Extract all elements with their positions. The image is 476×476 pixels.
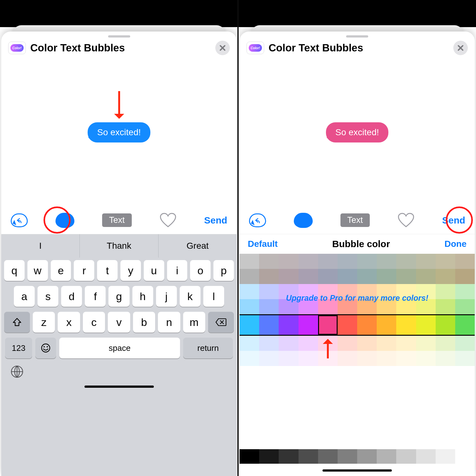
color-swatch[interactable] bbox=[279, 315, 298, 335]
favorite-button[interactable] bbox=[160, 213, 177, 228]
emoji-key[interactable] bbox=[35, 338, 56, 358]
color-swatch[interactable] bbox=[455, 336, 475, 351]
gray-swatch[interactable] bbox=[279, 449, 298, 464]
upgrade-banner[interactable]: Upgrade to Pro for many more colors! bbox=[240, 293, 475, 303]
key-u[interactable]: u bbox=[144, 260, 164, 281]
color-swatch[interactable] bbox=[338, 351, 357, 366]
gray-swatch[interactable] bbox=[416, 449, 436, 464]
color-swatch[interactable] bbox=[416, 269, 436, 284]
space-key[interactable]: space bbox=[59, 338, 180, 358]
color-swatch[interactable] bbox=[299, 254, 318, 269]
color-swatch[interactable] bbox=[240, 351, 259, 366]
color-swatch[interactable] bbox=[240, 336, 259, 351]
suggestion-1[interactable]: I bbox=[1, 234, 80, 258]
color-swatch[interactable] bbox=[259, 315, 279, 335]
text-style-button[interactable]: Text bbox=[340, 213, 370, 227]
key-a[interactable]: a bbox=[14, 286, 35, 307]
color-swatch[interactable] bbox=[436, 336, 455, 351]
gray-swatch[interactable] bbox=[455, 449, 475, 464]
color-swatch[interactable] bbox=[455, 315, 475, 335]
color-swatch[interactable] bbox=[357, 315, 377, 335]
color-swatch[interactable] bbox=[259, 351, 279, 366]
color-swatch[interactable] bbox=[338, 254, 357, 269]
key-s[interactable]: s bbox=[38, 286, 58, 307]
color-swatch[interactable] bbox=[279, 351, 298, 366]
color-swatch[interactable] bbox=[416, 315, 436, 335]
key-n[interactable]: n bbox=[158, 312, 180, 333]
color-swatch[interactable] bbox=[240, 254, 259, 269]
key-r[interactable]: r bbox=[74, 260, 94, 281]
gray-swatch[interactable] bbox=[338, 449, 357, 464]
color-swatch[interactable] bbox=[299, 269, 318, 284]
reply-bubble-button[interactable] bbox=[249, 213, 266, 227]
return-key[interactable]: return bbox=[183, 338, 233, 358]
color-swatch[interactable] bbox=[436, 351, 455, 366]
home-indicator[interactable] bbox=[322, 469, 392, 472]
color-swatch[interactable] bbox=[455, 254, 475, 269]
send-button[interactable]: Send bbox=[204, 215, 227, 226]
color-swatch[interactable] bbox=[416, 254, 436, 269]
color-swatch[interactable] bbox=[416, 336, 436, 351]
color-swatch[interactable] bbox=[377, 351, 396, 366]
color-swatch[interactable] bbox=[377, 336, 396, 351]
home-indicator[interactable] bbox=[84, 386, 154, 388]
gray-swatch[interactable] bbox=[259, 449, 279, 464]
reply-bubble-button[interactable] bbox=[11, 213, 28, 227]
key-x[interactable]: x bbox=[58, 312, 80, 333]
color-swatch[interactable] bbox=[436, 269, 455, 284]
key-y[interactable]: y bbox=[120, 260, 141, 281]
favorite-button[interactable] bbox=[398, 213, 415, 228]
color-swatch[interactable] bbox=[299, 351, 318, 366]
default-button[interactable]: Default bbox=[248, 239, 278, 249]
color-swatch[interactable] bbox=[436, 254, 455, 269]
color-swatch[interactable] bbox=[416, 351, 436, 366]
color-swatch[interactable] bbox=[396, 336, 416, 351]
close-button[interactable] bbox=[453, 41, 468, 55]
key-q[interactable]: q bbox=[4, 260, 25, 281]
key-v[interactable]: v bbox=[108, 312, 130, 333]
key-i[interactable]: i bbox=[167, 260, 188, 281]
key-f[interactable]: f bbox=[85, 286, 106, 307]
color-swatch[interactable] bbox=[396, 315, 416, 335]
color-swatch[interactable] bbox=[279, 269, 298, 284]
color-swatch[interactable] bbox=[338, 269, 357, 284]
close-button[interactable] bbox=[215, 41, 230, 55]
gray-swatch[interactable] bbox=[240, 449, 259, 464]
key-p[interactable]: p bbox=[213, 260, 234, 281]
color-swatch[interactable] bbox=[377, 254, 396, 269]
suggestion-2[interactable]: Thank bbox=[80, 234, 158, 258]
color-swatch[interactable] bbox=[259, 269, 279, 284]
drag-handle[interactable] bbox=[108, 35, 130, 38]
color-swatch[interactable] bbox=[279, 254, 298, 269]
key-k[interactable]: k bbox=[180, 286, 200, 307]
gray-swatch[interactable] bbox=[377, 449, 396, 464]
send-button[interactable]: Send bbox=[442, 215, 465, 226]
globe-key[interactable] bbox=[10, 365, 24, 380]
color-swatch[interactable] bbox=[357, 269, 377, 284]
key-e[interactable]: e bbox=[51, 260, 71, 281]
numbers-key[interactable]: 123 bbox=[5, 338, 32, 358]
text-style-button[interactable]: Text bbox=[102, 213, 132, 227]
key-m[interactable]: m bbox=[183, 312, 205, 333]
key-w[interactable]: w bbox=[27, 260, 48, 281]
color-swatch[interactable] bbox=[299, 315, 318, 335]
gray-swatch[interactable] bbox=[299, 449, 318, 464]
color-swatch[interactable] bbox=[338, 336, 357, 351]
key-c[interactable]: c bbox=[83, 312, 105, 333]
color-swatch[interactable] bbox=[338, 315, 357, 335]
color-swatch[interactable] bbox=[240, 315, 259, 335]
key-o[interactable]: o bbox=[190, 260, 211, 281]
key-d[interactable]: d bbox=[61, 286, 82, 307]
color-swatch[interactable] bbox=[396, 269, 416, 284]
bubble-color-button[interactable] bbox=[294, 213, 313, 228]
key-g[interactable]: g bbox=[108, 286, 129, 307]
gray-swatch[interactable] bbox=[436, 449, 455, 464]
color-swatch[interactable] bbox=[357, 254, 377, 269]
color-swatch[interactable] bbox=[318, 269, 338, 284]
color-swatch[interactable] bbox=[279, 336, 298, 351]
bubble-color-button[interactable] bbox=[55, 213, 74, 228]
color-swatch[interactable] bbox=[318, 315, 338, 335]
color-swatch[interactable] bbox=[455, 351, 475, 366]
shift-key[interactable] bbox=[4, 312, 30, 333]
message-bubble[interactable]: So excited! bbox=[88, 122, 150, 142]
